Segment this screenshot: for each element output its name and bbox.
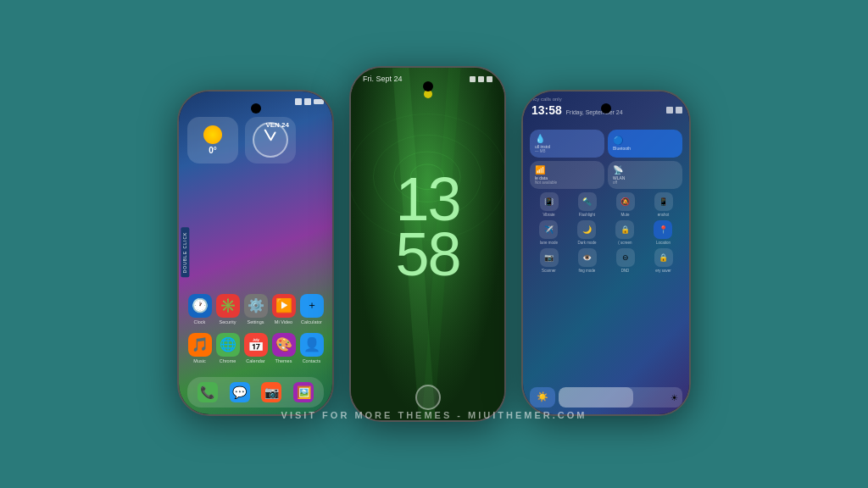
- quick-tile-water[interactable]: 💧 ull instol — MB: [530, 130, 604, 158]
- center-status-icons: [470, 76, 492, 82]
- themes-app-icon: 🎨: [272, 333, 296, 357]
- lockscreen-icon-item[interactable]: 🔒 ( screen: [615, 220, 634, 245]
- calendar-app-icon: 📅: [244, 333, 268, 357]
- vibrate-btn[interactable]: 📳: [540, 192, 559, 211]
- location-btn[interactable]: 📍: [654, 220, 672, 239]
- app-calendar[interactable]: 📅 Calendar: [242, 333, 270, 363]
- findmode-btn[interactable]: 👁️: [578, 248, 597, 267]
- themes-app-label: Themes: [275, 358, 292, 363]
- clock-minute-hand: [264, 130, 270, 141]
- quick-tiles-grid: 💧 ull instol — MB 🔵 Bluetooth 📶 le data …: [530, 130, 682, 273]
- left-camera-hole: [251, 103, 261, 114]
- dnd-label: DND: [621, 269, 630, 273]
- right-camera-hole: [601, 103, 611, 114]
- app-calculator[interactable]: ＋ Calculator: [298, 294, 326, 324]
- data-tile-sublabel: Not available: [535, 180, 599, 185]
- contacts-app-icon: 👤: [300, 333, 324, 357]
- right-edit-icon[interactable]: [676, 107, 682, 114]
- security-app-label: Security: [220, 319, 236, 324]
- mivideo-app-label: Mi Video: [275, 319, 292, 324]
- right-settings-icon[interactable]: [666, 107, 673, 114]
- screenshot-btn[interactable]: 📱: [654, 192, 673, 211]
- calculator-app-label: Calculator: [301, 319, 322, 324]
- flashlight-icon-item[interactable]: 🔦 Flashlight: [578, 192, 597, 217]
- quick-tile-data[interactable]: 📶 le data Not available: [530, 161, 604, 189]
- flashlight-btn[interactable]: 🔦: [578, 192, 597, 211]
- small-icons-row-2: ✈️ lane mode 🌙 Dark mode 🔒 ( screen 📍 Lo…: [530, 220, 682, 245]
- batterysaver-label: ery saver: [655, 269, 671, 273]
- center-date: Fri. Sept 24: [363, 75, 403, 83]
- scanner-btn[interactable]: 📷: [540, 248, 559, 267]
- security-app-icon: ✳️: [216, 294, 240, 318]
- clock-widget[interactable]: VEN 24: [245, 117, 296, 164]
- darkmode-icon-item[interactable]: 🌙 Dark mode: [577, 220, 596, 245]
- flashlight-label: Flashlight: [579, 213, 595, 217]
- data-tile-icon: 📶: [535, 165, 599, 175]
- calendar-app-label: Calendar: [246, 358, 264, 363]
- contacts-app-label: Contacts: [303, 358, 321, 363]
- right-phone-screen: ncy calls only 13:58 Friday, September 2…: [523, 92, 689, 414]
- airplane-icon-item[interactable]: ✈️ lane mode: [539, 220, 558, 245]
- center-home-button[interactable]: [415, 385, 441, 410]
- dock-phone[interactable]: 📞: [198, 382, 218, 402]
- location-icon-item[interactable]: 📍 Location: [654, 220, 672, 245]
- quick-tile-wlan[interactable]: 📡 WLAN off: [608, 161, 682, 189]
- center-signal-icon: [478, 76, 484, 82]
- side-label: DOUBLE CLICK: [181, 228, 189, 278]
- findmode-label: fing mode: [579, 269, 596, 273]
- darkmode-btn[interactable]: 🌙: [577, 220, 596, 239]
- wlan-tile-icon: 📡: [613, 165, 677, 175]
- dock-camera[interactable]: 📷: [261, 382, 281, 402]
- left-phone-screen: DOUBLE CLICK 0° VEN 24: [179, 92, 332, 414]
- app-themes[interactable]: 🎨 Themes: [270, 333, 298, 363]
- darkmode-label: Dark mode: [577, 241, 596, 245]
- bluetooth-tile-label: Bluetooth: [613, 146, 677, 151]
- dock-gallery[interactable]: 🖼️: [293, 382, 314, 402]
- center-clock-minutes: 58: [395, 227, 459, 282]
- batterysaver-btn[interactable]: 🔒: [654, 248, 673, 267]
- music-app-label: Music: [193, 358, 205, 363]
- app-contacts[interactable]: 👤 Contacts: [298, 333, 326, 363]
- quick-row-2: 📶 le data Not available 📡 WLAN off: [530, 161, 682, 189]
- brightness-slider[interactable]: ☀: [559, 387, 682, 408]
- app-clock[interactable]: 🕐 Clock: [186, 294, 214, 324]
- vibrate-label: Vibrate: [542, 213, 554, 217]
- right-date: Friday, September 24: [566, 109, 623, 115]
- calculator-app-icon: ＋: [300, 294, 324, 318]
- water-tile-sublabel: — MB: [535, 149, 599, 153]
- wlan-tile-sublabel: off: [613, 180, 677, 185]
- app-settings[interactable]: ⚙️ Settings: [242, 294, 270, 324]
- right-header-icons: [666, 107, 682, 114]
- dnd-icon-item[interactable]: ⊖ DND: [616, 248, 635, 273]
- right-time: 13:58: [531, 103, 562, 117]
- mute-icon-item[interactable]: 🔕 Mute: [616, 192, 635, 217]
- center-camera-hole: [423, 81, 433, 92]
- scanner-icon-item[interactable]: 📷 Scanner: [540, 248, 559, 273]
- weather-temp: 0°: [209, 146, 217, 155]
- findmode-icon-item[interactable]: 👁️ fing mode: [578, 248, 597, 273]
- quick-tile-bluetooth[interactable]: 🔵 Bluetooth: [608, 130, 682, 158]
- center-phone: Fri. Sept 24 13 58: [349, 66, 506, 422]
- left-status-bar: [295, 98, 324, 105]
- vibrate-icon-item[interactable]: 📳 Vibrate: [540, 192, 559, 217]
- dnd-btn[interactable]: ⊖: [616, 248, 635, 267]
- app-music[interactable]: 🎵 Music: [186, 333, 214, 363]
- center-clock: 13 58: [395, 172, 459, 282]
- lockscreen-btn[interactable]: 🔒: [615, 220, 634, 239]
- chrome-app-icon: 🌐: [216, 333, 240, 357]
- dock-messages[interactable]: 💬: [230, 382, 250, 402]
- batterysaver-icon-item[interactable]: 🔒 ery saver: [654, 248, 673, 273]
- airplane-btn[interactable]: ✈️: [539, 220, 558, 239]
- screenshot-icon-item[interactable]: 📱 enshot: [654, 192, 673, 217]
- scanner-label: Scanner: [542, 269, 556, 273]
- app-chrome[interactable]: 🌐 Chrome: [214, 333, 242, 363]
- chrome-app-label: Chrome: [220, 358, 236, 363]
- app-mivideo[interactable]: ▶️ Mi Video: [270, 294, 298, 324]
- mute-btn[interactable]: 🔕: [616, 192, 635, 211]
- brightness-auto-btn[interactable]: ☀️: [530, 387, 555, 408]
- battery-icon: [314, 99, 324, 104]
- weather-widget[interactable]: 0°: [187, 117, 238, 164]
- app-security[interactable]: ✳️ Security: [214, 294, 242, 324]
- watermark: VISIT FOR MORE THEMES - MIUITHEMER.COM: [281, 410, 587, 420]
- brightness-sun-icon: ☀: [670, 392, 678, 402]
